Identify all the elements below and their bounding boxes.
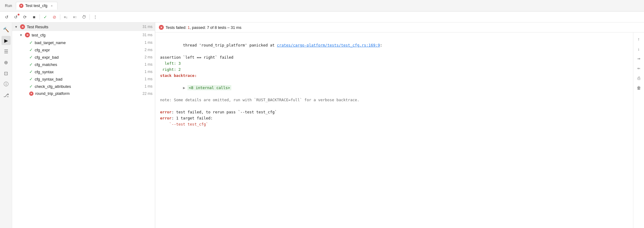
- test-suite-header[interactable]: ▼ ✕ test_cfg 31 ms: [17, 31, 155, 39]
- toolbar-separator-2: [60, 14, 60, 20]
- sidebar-icons: 🔨 ▶ ☰ ⊕ ⊡ ⓘ ⎇: [0, 22, 12, 228]
- test-results-header[interactable]: ▼ ✕ Test Results 31 ms: [12, 22, 155, 31]
- suite-chevron-icon: ▼: [19, 33, 23, 37]
- suite-time: 31 ms: [142, 33, 152, 37]
- test-item-cfg-expr-bad[interactable]: ✓ cfg_expr_bad 2 ms: [17, 54, 155, 61]
- output-line-error1: error: test failed, to rerun pass `--tes…: [160, 109, 628, 115]
- internal-calls-text: <8 internal calls>: [187, 85, 231, 90]
- hard-wrap-button[interactable]: ⇐: [635, 64, 643, 73]
- test-name: bad_target_name: [35, 40, 143, 45]
- output-line-stack: stack backtrace:: [160, 73, 628, 79]
- test-item-cfg-matches[interactable]: ✓ cfg_matches 1 ms: [17, 61, 155, 68]
- sidebar-icon-build[interactable]: 🔨: [2, 25, 11, 34]
- output-line-right: right: 2: [160, 67, 628, 73]
- fail-icon: ✕: [29, 92, 33, 96]
- print-button[interactable]: ⎙: [635, 74, 643, 82]
- sort-duration-button[interactable]: ≡↑: [71, 13, 79, 21]
- suite-name: test_cfg: [32, 33, 141, 37]
- panic-location-link[interactable]: crates/cargo-platform/tests/test_cfg.rs:…: [277, 43, 380, 47]
- colon: :: [380, 43, 382, 47]
- toolbar-separator-1: [40, 14, 40, 20]
- pass-icon: ✓: [29, 47, 33, 52]
- output-line-left: left: 3: [160, 60, 628, 67]
- failed-count: 1: [187, 25, 190, 30]
- output-line-blank: [160, 103, 628, 109]
- sidebar-icon-terminal[interactable]: ⊡: [2, 69, 11, 78]
- pass-icon: ✓: [29, 40, 33, 45]
- test-name: check_cfg_attributes: [35, 84, 143, 89]
- scroll-up-button[interactable]: ↑: [635, 35, 643, 43]
- test-item-cfg-expr[interactable]: ✓ cfg_expr 2 ms: [17, 46, 155, 54]
- test-name: cfg_syntax_bad: [35, 77, 143, 81]
- test-item-time: 2 ms: [145, 55, 152, 59]
- rerun-all-button[interactable]: ⟳: [21, 13, 29, 21]
- sidebar-icon-problems[interactable]: ☰: [2, 47, 11, 56]
- scroll-down-button[interactable]: ↓: [635, 45, 643, 53]
- output-line-error3: `--test test_cfg`: [160, 121, 628, 127]
- test-item-check-cfg-attributes[interactable]: ✓ check_cfg_attributes 1 ms: [17, 83, 155, 90]
- pass-icon: ✓: [29, 84, 33, 89]
- test-item-time: 1 ms: [145, 84, 152, 88]
- tab-fail-icon: ✕: [19, 4, 23, 8]
- test-item-time: 1 ms: [145, 40, 152, 45]
- output-line-panic: thread 'round_trip_platform' panicked at…: [160, 36, 628, 54]
- tab-test-cfg[interactable]: ✕ Test test_cfg ×: [16, 2, 58, 10]
- test-item-time: 1 ms: [145, 62, 152, 67]
- output-line-assertion: assertion `left == right` failed: [160, 54, 628, 60]
- test-item-cfg-syntax[interactable]: ✓ cfg_syntax 1 ms: [17, 68, 155, 75]
- test-item-round-trip-platform[interactable]: ✕ round_trip_platform 22 ms: [17, 90, 155, 97]
- test-item-time: 2 ms: [145, 48, 152, 52]
- clock-button[interactable]: ⏱: [80, 13, 88, 21]
- tab-run[interactable]: Run: [2, 2, 15, 10]
- rerun-failed-button[interactable]: ↺: [12, 13, 20, 21]
- toolbar-separator-3: [89, 14, 90, 20]
- expand-icon[interactable]: ▶: [183, 85, 187, 90]
- sidebar-icon-git[interactable]: ⎇: [2, 91, 11, 100]
- tab-close-button[interactable]: ×: [49, 3, 54, 8]
- cancel-button[interactable]: ⊘: [50, 13, 59, 21]
- output-header: ✕ Tests failed: 1, passed: 7 of 8 tests …: [155, 22, 644, 33]
- output-fail-icon: ✕: [159, 25, 164, 30]
- test-item-time: 1 ms: [145, 70, 152, 74]
- output-summary: Tests failed: 1, passed: 7 of 8 tests – …: [166, 25, 241, 30]
- stop-button[interactable]: ■: [30, 13, 38, 21]
- sidebar-icon-run[interactable]: ▶: [2, 36, 11, 45]
- test-results-time: 31 ms: [142, 25, 152, 29]
- tests-failed-label: Tests failed:: [166, 25, 187, 30]
- sort-alpha-button[interactable]: ≡↓: [61, 13, 70, 21]
- test-item-cfg-syntax-bad[interactable]: ✓ cfg_syntax_bad 1 ms: [17, 75, 155, 83]
- test-results-fail-icon: ✕: [20, 24, 25, 29]
- pass-icon: ✓: [29, 55, 33, 60]
- test-name: cfg_syntax: [35, 70, 143, 74]
- pass-icon: ✓: [29, 69, 33, 74]
- tab-bar: Run ✕ Test test_cfg ×: [0, 0, 644, 12]
- more-button[interactable]: ⋮: [91, 13, 100, 21]
- test-item-time: 22 ms: [142, 92, 152, 96]
- main-content: 🔨 ▶ ☰ ⊕ ⊡ ⓘ ⎇ ▼ ✕ Test Results 31 ms ▼ ✕…: [0, 22, 644, 228]
- output-line-internal-calls: ▶ <8 internal calls>: [160, 79, 628, 97]
- passed-label: , passed:: [190, 25, 207, 30]
- chevron-icon: ▼: [15, 25, 18, 29]
- pass-icon: ✓: [29, 77, 33, 81]
- test-suite: ▼ ✕ test_cfg 31 ms ✓ bad_target_name 1 m…: [12, 31, 155, 97]
- test-name: cfg_expr_bad: [35, 55, 143, 60]
- output-line-note: note: Some details are omitted, run with…: [160, 97, 628, 103]
- panic-text: thread 'round_trip_platform' panicked at: [183, 43, 277, 47]
- output-panel: ✕ Tests failed: 1, passed: 7 of 8 tests …: [155, 22, 644, 228]
- of-label: of 8 tests – 31 ms: [209, 25, 241, 30]
- show-passed-button[interactable]: ✓: [41, 13, 50, 21]
- test-panel: ▼ ✕ Test Results 31 ms ▼ ✕ test_cfg 31 m…: [12, 22, 155, 228]
- test-name: cfg_matches: [35, 62, 143, 67]
- sidebar-icon-info[interactable]: ⓘ: [2, 80, 11, 89]
- sidebar-icon-plugins[interactable]: ⊕: [2, 58, 11, 67]
- rerun-button[interactable]: ↺: [2, 13, 11, 21]
- test-results-label: Test Results: [27, 25, 141, 29]
- soft-wrap-button[interactable]: ⇒: [635, 54, 643, 63]
- test-name: cfg_expr: [35, 48, 143, 52]
- pass-icon: ✓: [29, 62, 33, 67]
- output-body[interactable]: thread 'round_trip_platform' panicked at…: [155, 33, 633, 228]
- test-item-bad-target-name[interactable]: ✓ bad_target_name 1 ms: [17, 39, 155, 46]
- toolbar: ↺ ↺ ⟳ ■ ✓ ⊘ ≡↓ ≡↑ ⏱ ⋮: [0, 12, 644, 22]
- delete-button[interactable]: 🗑: [635, 84, 643, 92]
- output-actions: ↑ ↓ ⇒ ⇐ ⎙ 🗑: [633, 33, 644, 228]
